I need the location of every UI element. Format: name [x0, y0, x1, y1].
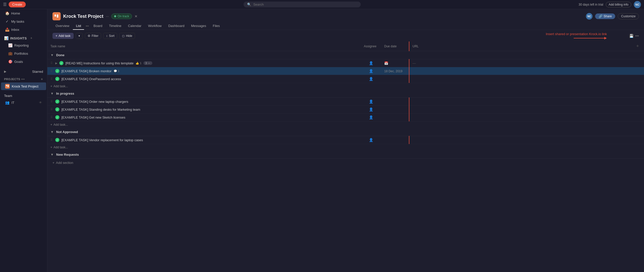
- table-row[interactable]: ⠿ ✓ [EXAMPLE TASK] OnePassword access 👤: [47, 75, 644, 83]
- url-cell[interactable]: [409, 98, 631, 106]
- drag-handle-icon[interactable]: ⠿: [50, 100, 53, 103]
- section-collapse-done[interactable]: ▼: [50, 53, 54, 57]
- insights-section-header: 📊 Insights +: [0, 34, 47, 41]
- hide-icon: ◻: [122, 34, 125, 38]
- task-complete-icon[interactable]: ✓: [55, 107, 59, 111]
- tab-workflow[interactable]: Workflow: [145, 22, 165, 30]
- more-options-button[interactable]: •••: [635, 34, 639, 38]
- table-row[interactable]: ⠿ ✓ [EXAMPLE TASK] Broken monitor 💬 1 👤: [47, 67, 644, 75]
- dots-menu-icon[interactable]: •••: [21, 77, 25, 81]
- see-all-icon[interactable]: 👁: [39, 101, 42, 104]
- inbox-icon: 📥: [5, 27, 9, 32]
- sidebar-project-item[interactable]: Krock Test Project: [1, 82, 46, 90]
- table-row[interactable]: ⠿ ▶ ✓ [READ ME] Instructions for using t…: [47, 59, 644, 67]
- task-complete-icon[interactable]: ✓: [55, 99, 59, 104]
- billing-button[interactable]: Add billing info: [606, 2, 631, 7]
- drag-handle-icon[interactable]: ⠿: [50, 77, 53, 81]
- drag-handle-icon[interactable]: ⠿: [50, 116, 53, 119]
- top-bar: ☰ Create 🔍 30 days left in trial Add bil…: [0, 0, 644, 9]
- toolbar: + Add task ▾ ⚙ Filter ↕ Sort ◻ Hide Inse…: [47, 30, 644, 41]
- sidebar-item-reporting[interactable]: 📈 Reporting: [1, 41, 46, 49]
- expand-icon[interactable]: ▶: [55, 62, 57, 65]
- url-cell[interactable]: [409, 113, 631, 121]
- project-avatar: NC: [586, 13, 593, 20]
- sidebar-item-mytasks[interactable]: ✓ My tasks: [1, 18, 46, 25]
- tab-board[interactable]: Board: [90, 22, 105, 30]
- drag-handle-icon[interactable]: ⠿: [50, 69, 53, 73]
- section-collapse-inprogress[interactable]: ▼: [50, 92, 54, 95]
- starred-section-header: ▶ Starred: [0, 66, 47, 75]
- task-complete-icon[interactable]: ✓: [55, 77, 59, 81]
- task-complete-icon[interactable]: ✓: [55, 138, 59, 142]
- add-insights-icon[interactable]: +: [30, 36, 32, 40]
- task-complete-icon[interactable]: ✓: [59, 61, 63, 65]
- tab-calendar[interactable]: Calendar: [125, 22, 144, 30]
- search-bar[interactable]: 🔍: [244, 2, 361, 7]
- tab-list[interactable]: List: [73, 22, 84, 30]
- assignee-cell: 👤: [361, 75, 381, 83]
- project-options-icon[interactable]: ···: [106, 14, 109, 18]
- task-name: [READ ME] Instructions for using this te…: [65, 61, 133, 65]
- hide-button[interactable]: ◻ Hide: [119, 33, 135, 39]
- insights-icon: 📊: [4, 36, 8, 40]
- tab-messages[interactable]: Messages: [188, 22, 209, 30]
- url-cell[interactable]: —: [409, 59, 631, 67]
- task-name-cell: ⠿ ✓ [EXAMPLE TASK] OnePassword access: [47, 75, 361, 83]
- sidebar-item-label: My tasks: [11, 20, 24, 23]
- task-name-cell: ⠿ ✓ [EXAMPLE TASK] Get new Sketch licens…: [47, 113, 361, 121]
- customize-button[interactable]: Customize: [618, 13, 639, 19]
- sidebar-item-inbox[interactable]: 📥 Inbox: [1, 26, 46, 33]
- hamburger-icon[interactable]: ☰: [3, 2, 7, 7]
- tab-dashboard[interactable]: Dashboard: [165, 22, 187, 30]
- table-row[interactable]: ⠿ ✓ [EXAMPLE TASK] Order new laptop char…: [47, 98, 644, 106]
- url-cell[interactable]: [409, 106, 631, 113]
- sort-button[interactable]: ↕ Sort: [103, 33, 117, 39]
- add-task-button-inprogress[interactable]: + Add task...: [50, 123, 68, 126]
- filter-button[interactable]: ⚙ Filter: [85, 33, 101, 39]
- add-task-button-notapproved[interactable]: + Add task...: [50, 146, 68, 149]
- status-badge[interactable]: On track: [111, 13, 132, 19]
- sidebar-team-item-it[interactable]: 👥 IT 👁: [1, 99, 46, 106]
- search-input[interactable]: [253, 3, 357, 6]
- save-view-button[interactable]: 💾: [629, 34, 634, 38]
- url-cell[interactable]: [409, 136, 631, 144]
- drag-handle-icon[interactable]: ⠿: [50, 138, 53, 142]
- task-complete-icon[interactable]: ✓: [55, 115, 59, 119]
- drag-handle-icon[interactable]: ⠿: [50, 61, 53, 65]
- tab-timeline[interactable]: Timeline: [106, 22, 125, 30]
- table-row[interactable]: ⠿ ✓ [EXAMPLE TASK] Vendor replacement fo…: [47, 136, 644, 144]
- sidebar-item-label: Portfolios: [14, 52, 28, 55]
- svg-rect-2: [55, 15, 56, 17]
- add-project-icon[interactable]: +: [41, 77, 43, 81]
- url-cell[interactable]: [409, 67, 631, 75]
- table-row[interactable]: ⠿ ✓ [EXAMPLE TASK] Standing desks for Ma…: [47, 106, 644, 113]
- user-avatar[interactable]: NC: [634, 1, 641, 8]
- plus-icon: +: [50, 146, 52, 149]
- section-collapse-newrequests[interactable]: ▼: [50, 153, 54, 156]
- task-complete-icon[interactable]: ✓: [55, 69, 59, 73]
- add-column-button[interactable]: +: [634, 44, 641, 49]
- section-collapse-notapproved[interactable]: ▼: [50, 130, 54, 134]
- tab-files[interactable]: Files: [210, 22, 223, 30]
- sidebar-item-home[interactable]: 🏠 Home: [1, 9, 46, 17]
- assignee-icon: 👤: [369, 77, 373, 81]
- drag-handle-icon[interactable]: ⠿: [50, 108, 53, 111]
- add-section-row[interactable]: + Add section: [47, 159, 644, 167]
- sidebar-item-goals[interactable]: 🎯 Goals: [1, 58, 46, 65]
- tab-more-dots[interactable]: •••: [85, 24, 90, 28]
- add-task-button[interactable]: + Add task: [52, 33, 74, 39]
- add-task-button-done[interactable]: + Add task...: [50, 84, 68, 88]
- add-task-dropdown[interactable]: ▾: [76, 33, 83, 39]
- create-button[interactable]: Create: [9, 2, 26, 7]
- tab-overview[interactable]: Overview: [52, 22, 72, 30]
- sidebar-item-insights[interactable]: 📊 Insights +: [4, 36, 43, 40]
- url-cell[interactable]: [409, 75, 631, 83]
- remove-star-icon[interactable]: ✕: [135, 14, 138, 18]
- sidebar-item-portfolios[interactable]: 💼 Portfolios: [1, 50, 46, 57]
- share-button[interactable]: 🔗 Share: [595, 13, 615, 19]
- due-date-value: 18 Dec, 2019: [384, 69, 402, 73]
- task-name: [EXAMPLE TASK] Standing desks for Market…: [61, 108, 140, 111]
- team-section-header: Team: [0, 90, 47, 99]
- col-header-due: Due date: [381, 41, 409, 51]
- table-row[interactable]: ⠿ ✓ [EXAMPLE TASK] Get new Sketch licens…: [47, 113, 644, 121]
